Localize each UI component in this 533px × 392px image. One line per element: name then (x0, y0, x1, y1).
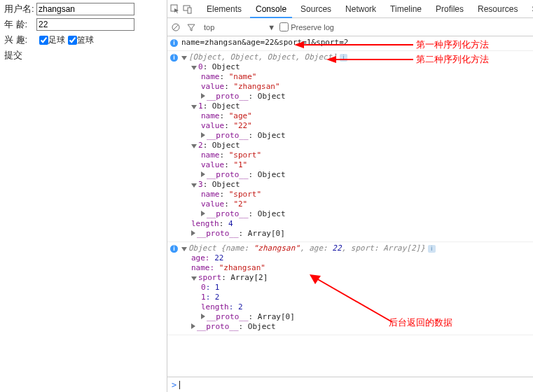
football-label: 足球 (48, 34, 65, 46)
tab-security[interactable]: Sec (526, 0, 533, 18)
tab-console[interactable]: Console (250, 0, 292, 18)
array-header[interactable]: [Object, Object, Object, Object]i (181, 52, 533, 62)
username-row: 用户名: (4, 3, 162, 15)
tab-elements[interactable]: Elements (201, 0, 247, 18)
console-msg-2: i [Object, Object, Object, Object]i 0: O… (167, 51, 533, 242)
svg-line-4 (173, 24, 179, 30)
console-filterbar: top ▼ Preserve log (167, 18, 533, 36)
basketball-label: 篮球 (77, 34, 94, 46)
filter-icon[interactable] (186, 23, 197, 31)
expand-icon[interactable] (201, 211, 205, 216)
serialized-string[interactable]: name=zhangsan&age=22&sport=1&sport=2 (181, 38, 533, 48)
tab-timeline[interactable]: Timeline (385, 0, 427, 18)
football-checkbox[interactable] (39, 36, 48, 45)
expand-icon[interactable] (191, 230, 195, 236)
expand-icon[interactable] (191, 66, 197, 70)
hint-icon[interactable]: i (340, 54, 347, 62)
devtools-tabbar: Elements Console Sources Network Timelin… (167, 0, 533, 18)
tab-resources[interactable]: Resources (472, 0, 523, 18)
console-msg-1: i name=zhangsan&age=22&sport=1&sport=2 (167, 36, 533, 51)
preserve-log-checkbox[interactable] (279, 22, 289, 31)
submit-text[interactable]: 提交 (4, 49, 162, 62)
username-label: 用户名: (4, 3, 36, 15)
preserve-log[interactable]: Preserve log (279, 22, 334, 31)
level-dropdown-icon[interactable]: ▼ (268, 23, 275, 31)
info-icon: i (170, 244, 178, 253)
info-icon: i (170, 38, 178, 48)
tab-network[interactable]: Network (340, 0, 382, 18)
devtools-panel: Elements Console Sources Network Timelin… (167, 0, 533, 392)
inspect-icon[interactable] (170, 4, 180, 14)
age-input[interactable] (36, 18, 134, 31)
age-label: 年 龄: (4, 18, 36, 31)
expand-icon[interactable] (201, 93, 205, 99)
username-input[interactable] (36, 3, 134, 15)
console-msg-3: i Object {name: "zhangsan", age: 22, spo… (167, 242, 533, 335)
preserve-log-label: Preserve log (291, 23, 334, 31)
hobby-label: 兴 趣: (4, 34, 36, 46)
form-panel: 用户名: 年 龄: 兴 趣: 足球 篮球 提交 (0, 0, 167, 64)
clear-icon[interactable] (170, 23, 181, 31)
expand-icon[interactable] (181, 56, 187, 60)
hint-icon[interactable]: i (428, 245, 436, 253)
cursor-icon (179, 381, 180, 389)
expand-icon[interactable] (191, 323, 195, 329)
expand-icon[interactable] (201, 132, 205, 138)
hobby-row: 兴 趣: 足球 篮球 (4, 34, 162, 46)
info-icon: i (170, 52, 178, 62)
expand-icon[interactable] (191, 144, 197, 148)
device-icon[interactable] (183, 4, 193, 14)
console-prompt[interactable]: > (167, 377, 533, 392)
expand-icon[interactable] (201, 172, 205, 177)
context-selector[interactable]: top (204, 23, 214, 31)
console-output: i name=zhangsan&age=22&sport=1&sport=2 i… (167, 36, 533, 377)
expand-icon[interactable] (191, 105, 197, 109)
expand-icon[interactable] (191, 183, 197, 188)
svg-rect-2 (188, 8, 191, 13)
expand-icon[interactable] (181, 247, 187, 251)
basketball-checkbox[interactable] (68, 36, 77, 45)
expand-icon[interactable] (191, 276, 197, 281)
expand-icon[interactable] (201, 314, 205, 319)
tab-sources[interactable]: Sources (295, 0, 337, 18)
tab-profiles[interactable]: Profiles (430, 0, 469, 18)
object-header[interactable]: Object {name: "zhangsan", age: 22, sport… (181, 244, 533, 253)
age-row: 年 龄: (4, 18, 162, 31)
